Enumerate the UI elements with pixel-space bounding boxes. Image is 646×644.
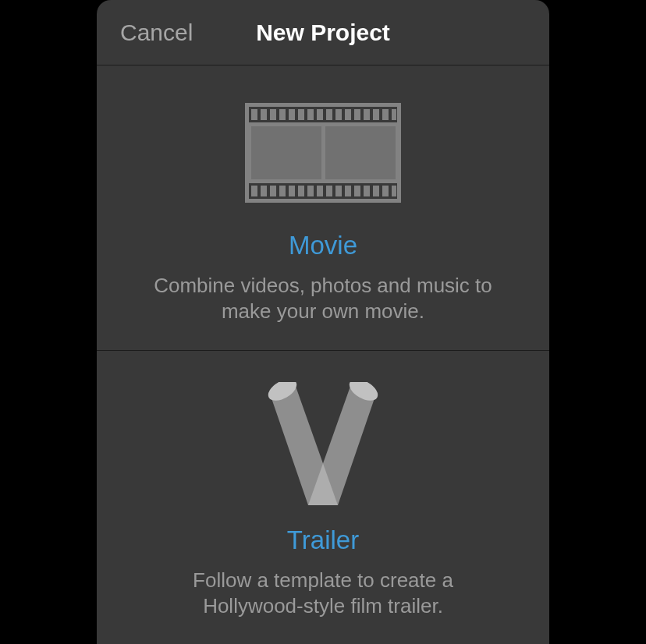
svg-rect-29 [345, 186, 351, 196]
option-trailer[interactable]: Trailer Follow a template to create a Ho… [97, 351, 549, 644]
option-trailer-description: Follow a template to create a Hollywood-… [144, 568, 502, 618]
svg-rect-27 [326, 186, 332, 196]
svg-rect-11 [326, 109, 332, 120]
option-movie[interactable]: Movie Combine videos, photos and music t… [97, 65, 549, 351]
svg-rect-7 [289, 109, 295, 120]
film-strip-icon [245, 103, 401, 203]
cancel-button[interactable]: Cancel [120, 19, 193, 46]
svg-rect-30 [354, 186, 360, 196]
svg-rect-22 [279, 186, 286, 196]
svg-rect-28 [335, 186, 342, 196]
svg-rect-31 [364, 186, 370, 196]
svg-rect-18 [392, 109, 396, 120]
svg-rect-25 [307, 186, 314, 196]
svg-rect-35 [251, 126, 321, 179]
sheet-header: Cancel New Project [97, 0, 549, 65]
svg-rect-21 [270, 186, 276, 196]
spotlights-icon [257, 382, 389, 507]
option-trailer-title: Trailer [287, 525, 359, 555]
svg-rect-4 [261, 109, 267, 120]
svg-rect-12 [335, 109, 342, 120]
svg-rect-6 [279, 109, 286, 120]
svg-rect-9 [307, 109, 314, 120]
svg-rect-5 [270, 109, 276, 120]
svg-rect-36 [325, 126, 396, 179]
svg-rect-13 [345, 109, 351, 120]
new-project-sheet: Cancel New Project [97, 0, 549, 644]
svg-rect-16 [373, 109, 379, 120]
svg-rect-14 [354, 109, 360, 120]
svg-rect-33 [382, 186, 389, 196]
svg-rect-23 [289, 186, 295, 196]
svg-rect-8 [298, 109, 304, 120]
svg-rect-15 [364, 109, 370, 120]
svg-rect-20 [261, 186, 267, 196]
svg-rect-3 [251, 109, 257, 120]
svg-rect-34 [392, 186, 396, 196]
svg-rect-17 [382, 109, 389, 120]
svg-marker-39 [308, 382, 375, 505]
svg-rect-32 [373, 186, 379, 196]
option-movie-title: Movie [289, 231, 357, 260]
svg-rect-24 [298, 186, 304, 196]
svg-rect-10 [317, 109, 323, 120]
option-movie-description: Combine videos, photos and music to make… [144, 273, 502, 324]
svg-rect-19 [251, 186, 257, 196]
svg-rect-26 [317, 186, 323, 196]
